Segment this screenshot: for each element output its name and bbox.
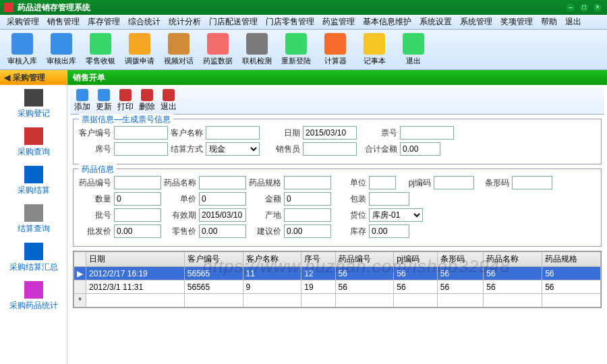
sidebar-item-采购结算汇总[interactable]: 采购结算汇总	[0, 239, 67, 277]
drug-name-input[interactable]	[199, 176, 246, 189]
panel-tb-更新[interactable]: 更新	[96, 89, 112, 113]
menu-item-7[interactable]: 药监管理	[318, 16, 359, 28]
grid-header[interactable]: pj编码	[394, 252, 437, 267]
menu-item-9[interactable]: 系统设置	[415, 16, 456, 28]
sidebar-item-采购登记[interactable]: 采购登记	[0, 85, 67, 123]
toolbar-退出[interactable]: 退出	[394, 33, 433, 66]
toolbar-视频对话[interactable]: 视频对话	[159, 33, 198, 66]
table-row[interactable]: ▶2012/2/17 16:195656511125656565656	[74, 267, 601, 280]
origin-input[interactable]	[284, 208, 331, 222]
grid-header[interactable]: 序号	[301, 252, 335, 267]
grid-header[interactable]: 药品编号	[335, 252, 394, 267]
tab-bar: 销售开单	[67, 70, 607, 85]
barcode-input[interactable]	[512, 176, 552, 189]
menu-item-8[interactable]: 基本信息维护	[359, 16, 415, 28]
menu-item-3[interactable]: 综合统计	[124, 16, 165, 28]
maximize-button[interactable]: □	[579, 2, 589, 13]
menu-item-0[interactable]: 采购管理	[3, 16, 43, 28]
qty-input[interactable]	[114, 192, 161, 206]
panel-tb-添加[interactable]: 添加	[74, 89, 90, 113]
tab-current[interactable]: 销售开单	[73, 72, 105, 84]
table-row-new[interactable]: *	[74, 294, 601, 307]
menu-item-10[interactable]: 系统管理	[456, 16, 496, 28]
drug-spec-input[interactable]	[284, 176, 331, 189]
drug-id-input[interactable]	[114, 176, 161, 189]
retail-price-input[interactable]	[199, 224, 246, 238]
customer-name-input[interactable]	[206, 126, 260, 140]
total-amount-input[interactable]	[400, 142, 440, 156]
customer-id-input[interactable]	[114, 126, 168, 140]
menu-item-6[interactable]: 门店零售管理	[262, 16, 318, 28]
menu-item-12[interactable]: 帮助	[537, 16, 561, 28]
sidebar-icon	[24, 166, 43, 183]
toolbar-药监数据[interactable]: 药监数据	[198, 33, 237, 66]
sidebar-icon	[24, 204, 43, 222]
toolbar-icon	[90, 33, 111, 55]
app-icon	[4, 3, 13, 12]
date-input[interactable]	[303, 126, 357, 140]
panel-tb-icon	[163, 89, 175, 101]
toolbar-icon	[51, 33, 72, 55]
group-drug-info: 药品信息 药品编号 药品名称 药品规格 单位 pj编码 条形码 数量 单价 金额…	[73, 169, 602, 247]
toolbar-调拨申请[interactable]: 调拨申请	[120, 33, 159, 66]
menu-item-2[interactable]: 库存管理	[84, 16, 124, 28]
toolbar-记事本[interactable]: 记事本	[355, 33, 394, 66]
sidebar-item-结算查询[interactable]: 结算查询	[0, 200, 67, 239]
toolbar-计算器[interactable]: 计算器	[316, 33, 355, 66]
seat-no-input[interactable]	[114, 142, 168, 156]
price-input[interactable]	[199, 192, 246, 206]
sidebar-header: ◀采购管理	[0, 70, 67, 85]
stock-input[interactable]	[369, 224, 409, 238]
close-button[interactable]: ×	[592, 2, 603, 13]
menu-item-13[interactable]: 退出	[561, 16, 585, 28]
panel-tb-退出[interactable]: 退出	[161, 89, 177, 113]
grid-header[interactable]: 条形码	[437, 252, 484, 267]
menu-item-4[interactable]: 统计分析	[165, 16, 205, 28]
sidebar-icon	[24, 243, 43, 260]
toolbar-icon	[168, 33, 190, 55]
salesman-input[interactable]	[303, 142, 357, 156]
panel-tb-打印[interactable]: 打印	[117, 89, 134, 113]
ticket-no-input[interactable]	[400, 126, 454, 140]
toolbar-审核入库[interactable]: 审核入库	[3, 33, 42, 66]
sidebar-item-采购查询[interactable]: 采购查询	[0, 123, 67, 162]
unit-input[interactable]	[369, 176, 396, 189]
sidebar: ◀采购管理 采购登记采购查询采购结算结算查询采购结算汇总采购药品统计	[0, 70, 67, 364]
pj-code-input[interactable]	[434, 176, 474, 189]
sidebar-icon	[24, 127, 43, 145]
toolbar-icon	[129, 33, 150, 55]
group-ticket-info: 票据信息—生成票号信息 客户编号 客户名称 日期 票号 席号 结算方式 现金 销…	[73, 119, 602, 164]
package-input[interactable]	[369, 192, 409, 206]
amount-input[interactable]	[284, 192, 331, 206]
settle-mode-select[interactable]: 现金	[206, 142, 260, 156]
sidebar-item-采购药品统计[interactable]: 采购药品统计	[0, 277, 67, 315]
grid-header[interactable]: 药品规格	[542, 252, 601, 267]
wholesale-price-input[interactable]	[114, 224, 161, 238]
panel-tb-icon	[76, 89, 88, 101]
menu-item-1[interactable]: 销售管理	[43, 16, 84, 28]
valid-date-input[interactable]	[199, 208, 246, 222]
minimize-button[interactable]: –	[565, 2, 576, 13]
table-row[interactable]: 2012/3/1 11:31565659195656565656	[74, 280, 601, 294]
grid-header[interactable]: 日期	[86, 252, 185, 267]
location-select[interactable]: 库房-01	[369, 208, 423, 222]
toolbar-重新登陆[interactable]: 重新登陆	[277, 33, 316, 66]
batch-input[interactable]	[114, 208, 161, 222]
grid-header[interactable]: 客户编号	[184, 252, 243, 267]
app-title: 药品进销存管理系统	[18, 2, 562, 13]
toolbar-审核出库[interactable]: 审核出库	[42, 33, 81, 66]
menu-item-11[interactable]: 奖项管理	[496, 16, 537, 28]
toolbar-联机检测[interactable]: 联机检测	[237, 33, 277, 66]
toolbar-icon	[246, 33, 268, 55]
data-grid[interactable]: 日期客户编号客户名称序号药品编号pj编码条形码药品名称药品规格▶2012/2/1…	[73, 251, 602, 308]
panel-tb-删除[interactable]: 删除	[139, 89, 155, 113]
toolbar-icon	[364, 33, 385, 55]
toolbar-零售收银[interactable]: 零售收银	[81, 33, 120, 66]
sidebar-item-采购结算[interactable]: 采购结算	[0, 162, 67, 200]
menu-item-5[interactable]: 门店配送管理	[205, 16, 262, 28]
grid-header[interactable]: 药品名称	[484, 252, 542, 267]
suggest-price-input[interactable]	[284, 224, 331, 238]
toolbar-icon	[324, 33, 346, 55]
toolbar-icon	[207, 33, 229, 55]
grid-header[interactable]: 客户名称	[243, 252, 301, 267]
